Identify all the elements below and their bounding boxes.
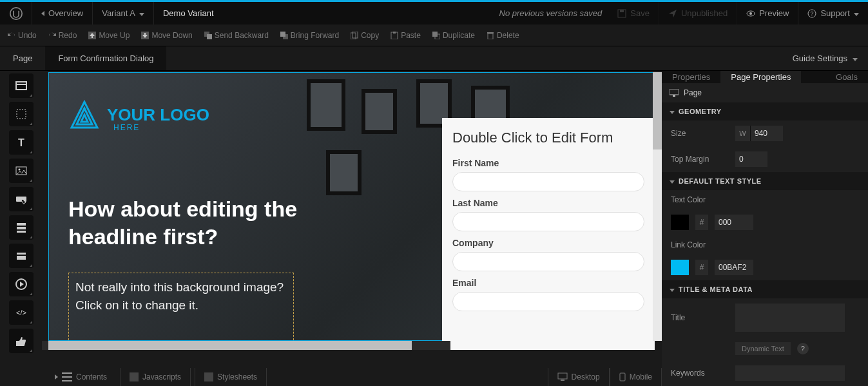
overview-label: Overview (48, 8, 83, 18)
svg-rect-28 (17, 223, 26, 226)
svg-rect-2 (620, 10, 624, 12)
contents-toggle[interactable]: Contents (46, 368, 116, 386)
canvas-horizontal-scrollbar[interactable] (42, 341, 450, 350)
chevron-down-icon (854, 8, 859, 18)
css-icon (204, 372, 213, 381)
delete-button[interactable]: Delete (487, 31, 519, 40)
tool-block[interactable] (9, 244, 34, 268)
svg-rect-35 (130, 372, 139, 381)
svg-rect-41 (673, 95, 675, 97)
monitor-icon (670, 89, 679, 97)
support-button[interactable]: ? Support (798, 2, 868, 24)
help-icon: ? (807, 9, 816, 18)
form-title: Double Click to Edit Form (452, 130, 644, 146)
list-icon (62, 372, 72, 381)
help-icon[interactable]: ? (797, 343, 809, 354)
redo-button[interactable]: Redo (48, 31, 77, 40)
svg-point-26 (18, 169, 20, 171)
app-logo[interactable] (0, 2, 32, 24)
paste-button[interactable]: Paste (391, 31, 421, 40)
chevron-down-icon (670, 285, 675, 293)
svg-text:T: T (18, 137, 24, 148)
eye-icon (746, 9, 755, 18)
panel-page-header: Page (662, 83, 868, 102)
width-input[interactable] (751, 126, 783, 141)
section-title-meta[interactable]: TITLE & META DATA (662, 280, 868, 298)
variant-selector[interactable]: Variant A (93, 2, 154, 24)
tool-form[interactable] (9, 215, 34, 240)
form-input-firstname[interactable] (452, 172, 644, 191)
link-color-input[interactable] (715, 260, 753, 275)
logo-icon (68, 99, 101, 131)
form-input-company[interactable] (452, 252, 644, 271)
desktop-view-button[interactable]: Desktop (548, 368, 610, 386)
dynamic-text-button[interactable]: Dynamic Text (735, 342, 791, 355)
hash-symbol: # (695, 260, 708, 275)
overview-button[interactable]: Overview (32, 2, 93, 24)
label-keywords: Keywords (671, 369, 729, 378)
logo-subtext: HERE (113, 123, 140, 132)
chevron-right-icon (55, 372, 58, 381)
save-button[interactable]: Save (608, 2, 659, 24)
section-text-style[interactable]: DEFAULT TEXT STYLE (662, 172, 868, 190)
width-label: W (735, 126, 751, 141)
send-backward-button[interactable]: Send Backward (204, 31, 269, 40)
tab-page-properties[interactable]: Page Properties (720, 71, 801, 83)
form-input-email[interactable] (452, 292, 644, 311)
tool-video[interactable] (9, 272, 34, 296)
move-up-button[interactable]: Move Up (88, 31, 130, 40)
publish-icon (668, 9, 677, 18)
unpublished-button[interactable]: Unpublished (659, 2, 737, 24)
js-icon (130, 372, 139, 381)
form-card[interactable]: Double Click to Edit Form First Name Las… (442, 118, 655, 350)
undo-button[interactable]: Undo (8, 31, 37, 40)
javascripts-tab[interactable]: Javascripts (120, 368, 191, 386)
tool-html[interactable]: </> (9, 300, 34, 325)
form-input-lastname[interactable] (452, 212, 644, 231)
section-geometry[interactable]: GEOMETRY (662, 102, 868, 121)
chevron-down-icon (853, 53, 858, 63)
preview-button[interactable]: Preview (737, 2, 798, 24)
hash-symbol: # (695, 215, 708, 230)
subtext-block-selected[interactable]: Not really into this background image? C… (68, 273, 294, 343)
tool-section[interactable] (9, 73, 34, 98)
guide-settings[interactable]: Guide Settings (782, 53, 868, 63)
copy-icon (351, 32, 358, 39)
canvas-page[interactable]: YOUR LOGO HERE How about editing the hea… (48, 72, 655, 341)
tool-button[interactable] (9, 187, 34, 211)
tab-form-confirmation[interactable]: Form Confirmation Dialog (45, 46, 166, 70)
duplicate-button[interactable]: Duplicate (432, 31, 475, 40)
tool-social[interactable] (9, 329, 34, 353)
text-color-swatch[interactable] (671, 215, 689, 230)
headline-text[interactable]: How about editing the headline first? (68, 195, 313, 250)
title-input[interactable] (735, 304, 845, 332)
tool-box[interactable] (9, 102, 34, 126)
tool-text[interactable]: T (9, 130, 34, 155)
top-margin-input[interactable] (735, 151, 767, 167)
svg-rect-10 (207, 34, 212, 39)
unbounce-icon (10, 7, 23, 20)
form-label-firstname: First Name (452, 158, 644, 168)
svg-rect-20 (487, 32, 494, 34)
tab-properties[interactable]: Properties (662, 71, 720, 83)
canvas-vertical-scrollbar[interactable] (653, 72, 662, 341)
tool-palette: T </> (0, 71, 42, 386)
keywords-input[interactable] (735, 365, 845, 381)
desktop-icon (557, 372, 568, 381)
tool-image[interactable] (9, 159, 34, 183)
mobile-view-button[interactable]: Mobile (610, 368, 662, 386)
arrow-down-icon (141, 32, 149, 39)
form-label-company: Company (452, 238, 644, 248)
svg-rect-16 (393, 32, 396, 34)
copy-button[interactable]: Copy (351, 31, 379, 40)
move-down-button[interactable]: Move Down (141, 31, 192, 40)
tab-page[interactable]: Page (0, 46, 45, 70)
tab-goals[interactable]: Goals (825, 71, 868, 83)
stylesheets-tab[interactable]: Stylesheets (195, 368, 267, 386)
chevron-down-icon (670, 177, 675, 185)
save-icon (617, 9, 626, 18)
svg-rect-12 (280, 32, 285, 37)
link-color-swatch[interactable] (671, 260, 689, 275)
text-color-input[interactable] (715, 215, 753, 230)
bring-forward-button[interactable]: Bring Forward (280, 31, 339, 40)
